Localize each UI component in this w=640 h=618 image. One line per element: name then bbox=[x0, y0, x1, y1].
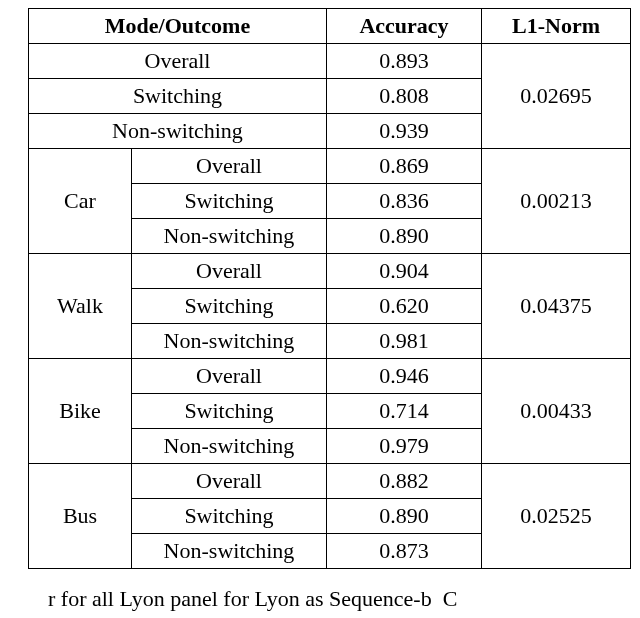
accuracy-cell: 0.882 bbox=[327, 464, 482, 499]
accuracy-cell: 0.890 bbox=[327, 499, 482, 534]
outcome-cell: Overall bbox=[29, 44, 327, 79]
table-body: Overall 0.893 0.02695 Switching 0.808 No… bbox=[29, 44, 631, 569]
l1norm-cell: 0.02525 bbox=[482, 464, 631, 569]
mode-cell: Car bbox=[29, 149, 132, 254]
accuracy-cell: 0.946 bbox=[327, 359, 482, 394]
outcome-cell: Overall bbox=[132, 149, 327, 184]
outcome-cell: Switching bbox=[132, 289, 327, 324]
outcome-cell: Overall bbox=[132, 464, 327, 499]
col-header-mode-outcome: Mode/Outcome bbox=[29, 9, 327, 44]
l1norm-cell: 0.04375 bbox=[482, 254, 631, 359]
col-header-accuracy: Accuracy bbox=[327, 9, 482, 44]
outcome-cell: Non-switching bbox=[132, 534, 327, 569]
col-header-l1norm: L1-Norm bbox=[482, 9, 631, 44]
mode-cell: Walk bbox=[29, 254, 132, 359]
results-table: Mode/Outcome Accuracy L1-Norm Overall 0.… bbox=[28, 8, 631, 569]
outcome-cell: Non-switching bbox=[29, 114, 327, 149]
table-header-row: Mode/Outcome Accuracy L1-Norm bbox=[29, 9, 631, 44]
l1norm-cell: 0.00433 bbox=[482, 359, 631, 464]
accuracy-cell: 0.904 bbox=[327, 254, 482, 289]
outcome-cell: Overall bbox=[132, 359, 327, 394]
outcome-cell: Switching bbox=[132, 499, 327, 534]
table-row: Overall 0.893 0.02695 bbox=[29, 44, 631, 79]
mode-cell: Bus bbox=[29, 464, 132, 569]
l1norm-cell: 0.00213 bbox=[482, 149, 631, 254]
accuracy-cell: 0.979 bbox=[327, 429, 482, 464]
outcome-cell: Non-switching bbox=[132, 324, 327, 359]
outcome-cell: Switching bbox=[132, 184, 327, 219]
table-row: Car Overall 0.869 0.00213 bbox=[29, 149, 631, 184]
outcome-cell: Switching bbox=[29, 79, 327, 114]
accuracy-cell: 0.893 bbox=[327, 44, 482, 79]
accuracy-cell: 0.981 bbox=[327, 324, 482, 359]
table-row: Bus Overall 0.882 0.02525 bbox=[29, 464, 631, 499]
mode-cell: Bike bbox=[29, 359, 132, 464]
accuracy-cell: 0.714 bbox=[327, 394, 482, 429]
l1norm-cell: 0.02695 bbox=[482, 44, 631, 149]
accuracy-cell: 0.873 bbox=[327, 534, 482, 569]
accuracy-cell: 0.939 bbox=[327, 114, 482, 149]
caption-fragment: r for all Lyon panel for Lyon as Sequenc… bbox=[48, 586, 618, 612]
accuracy-cell: 0.890 bbox=[327, 219, 482, 254]
outcome-cell: Non-switching bbox=[132, 219, 327, 254]
outcome-cell: Non-switching bbox=[132, 429, 327, 464]
accuracy-cell: 0.808 bbox=[327, 79, 482, 114]
table-row: Bike Overall 0.946 0.00433 bbox=[29, 359, 631, 394]
table-row: Walk Overall 0.904 0.04375 bbox=[29, 254, 631, 289]
accuracy-cell: 0.869 bbox=[327, 149, 482, 184]
accuracy-cell: 0.836 bbox=[327, 184, 482, 219]
outcome-cell: Overall bbox=[132, 254, 327, 289]
accuracy-cell: 0.620 bbox=[327, 289, 482, 324]
outcome-cell: Switching bbox=[132, 394, 327, 429]
page: Mode/Outcome Accuracy L1-Norm Overall 0.… bbox=[0, 0, 640, 618]
